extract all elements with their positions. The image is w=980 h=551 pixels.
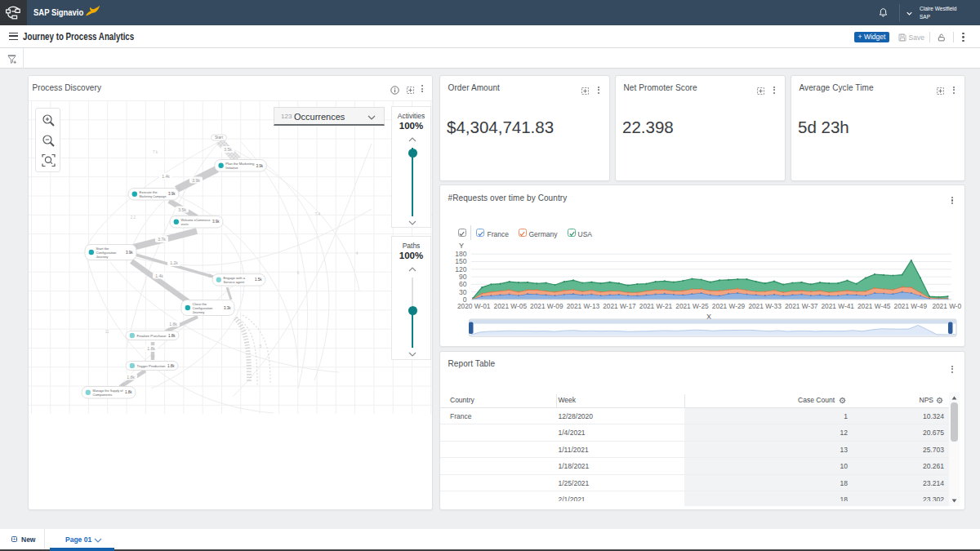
svg-text:3.9k: 3.9k (212, 220, 220, 224)
svg-text:1.8k: 1.8k (147, 346, 155, 351)
svg-text:Components: Components (93, 392, 113, 396)
svg-text:1.8k: 1.8k (168, 333, 176, 337)
svg-text:1.8k: 1.8k (167, 363, 175, 367)
svg-text:11: 11 (105, 330, 109, 334)
svg-text:1.8k: 1.8k (169, 321, 177, 326)
svg-text:1.2k: 1.2k (170, 260, 178, 265)
svg-text:4: 4 (356, 251, 359, 256)
svg-text:3.7k: 3.7k (158, 237, 166, 242)
svg-text:Service agent: Service agent (224, 279, 245, 283)
svg-text:Trigger Production: Trigger Production (137, 363, 167, 367)
svg-text:3.9k: 3.9k (256, 163, 263, 167)
svg-text:1.5k: 1.5k (255, 278, 262, 282)
svg-text:3.3k: 3.3k (224, 305, 231, 309)
svg-text:3.9k: 3.9k (126, 250, 133, 254)
svg-text:Journey: Journey (193, 309, 206, 313)
svg-text:2021 W-29: 2021 W-29 (712, 302, 746, 310)
svg-text:2021 W-33: 2021 W-33 (748, 302, 782, 310)
svg-text:2021 W-05: 2021 W-05 (494, 302, 528, 310)
svg-text:1.8k: 1.8k (125, 390, 132, 394)
svg-text:Initiative: Initiative (225, 165, 238, 169)
svg-text:Finalize Purchase: Finalize Purchase (137, 333, 167, 337)
svg-text:7 k: 7 k (153, 150, 158, 154)
svg-text:2021 W-0: 2021 W-0 (932, 302, 961, 310)
svg-text:2021 W-13: 2021 W-13 (567, 302, 600, 310)
svg-text:2021 W-45: 2021 W-45 (858, 302, 891, 310)
svg-text:Y: Y (459, 242, 464, 250)
svg-text:3.9k: 3.9k (192, 177, 200, 182)
svg-text:2021 W-41: 2021 W-41 (821, 302, 854, 310)
svg-text:3.5k: 3.5k (178, 207, 186, 211)
svg-text:1.4k: 1.4k (155, 273, 163, 278)
svg-text:2021 W-17: 2021 W-17 (603, 302, 636, 310)
svg-text:2.2: 2.2 (131, 216, 136, 220)
svg-text:Journey: Journey (96, 254, 109, 258)
svg-text:2021 W-09: 2021 W-09 (530, 302, 564, 310)
svg-text:3.5k: 3.5k (224, 147, 232, 152)
svg-text:1.8k: 1.8k (127, 374, 135, 379)
svg-text:2021 W-21: 2021 W-21 (639, 302, 673, 310)
svg-text:2020 W-01: 2020 W-01 (457, 302, 491, 310)
svg-text:2021 W-49: 2021 W-49 (894, 302, 928, 310)
svg-text:1.4k: 1.4k (162, 174, 170, 179)
svg-text:7.4: 7.4 (315, 212, 321, 216)
svg-text:Start: Start (215, 136, 224, 140)
svg-text:2021 W-25: 2021 W-25 (675, 302, 709, 310)
svg-text:3.9k: 3.9k (168, 192, 176, 196)
svg-text:2021 W-37: 2021 W-37 (785, 302, 818, 310)
svg-text:Marketing Campaign: Marketing Campaign (140, 193, 167, 198)
svg-text:visits: visits (181, 221, 189, 225)
